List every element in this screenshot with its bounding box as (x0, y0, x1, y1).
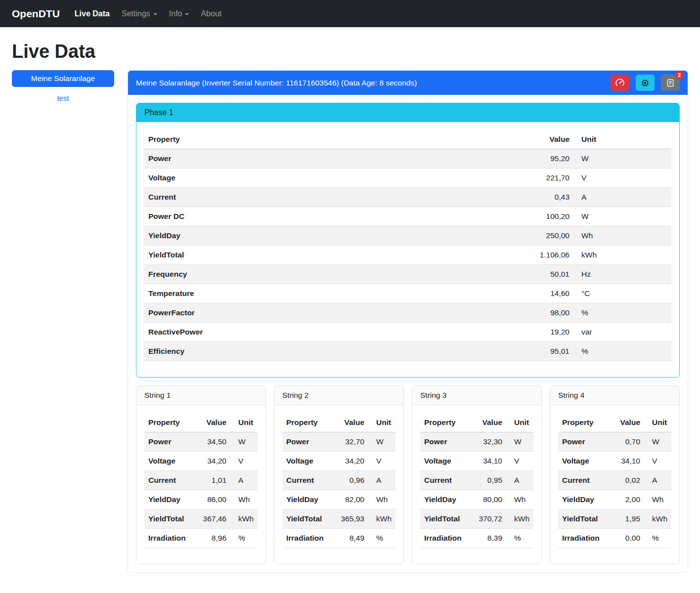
property-value: 8,49 (333, 529, 368, 548)
column-header-unit: Unit (506, 413, 533, 432)
chevron-down-icon (153, 13, 157, 15)
table-row: Power 95,20 W (144, 149, 671, 169)
phase-card-title: Phase 1 (136, 103, 679, 122)
property-unit: A (573, 188, 671, 207)
table-row: YieldDay 250,00 Wh (144, 226, 671, 246)
nav-item-info-label: Info (169, 9, 182, 18)
event-log-button[interactable]: 2 (661, 75, 680, 91)
string-card-title: String 2 (274, 386, 403, 405)
brand[interactable]: OpenDTU (12, 8, 60, 20)
table-header-row: Property Value Unit (144, 413, 258, 432)
property-unit: A (368, 471, 395, 490)
table-header-row: Property Value Unit (420, 413, 533, 432)
property-value: 0,02 (609, 471, 644, 490)
table-row: YieldDay 82,00 Wh (282, 490, 395, 509)
table-row: Power 32,30 W (420, 432, 533, 452)
property-value: 370,72 (471, 509, 506, 529)
string-1-table-body: Power 34,50 W Voltage 34,20 (144, 432, 258, 548)
property-label: Current (144, 471, 195, 490)
property-unit: V (573, 169, 671, 188)
property-label: Irradiation (282, 529, 333, 548)
table-row: Power 0,70 W (558, 432, 671, 452)
property-unit: % (644, 529, 671, 548)
nav-item-about[interactable]: About (197, 5, 225, 22)
limit-control-button[interactable] (611, 75, 629, 91)
phase-table: Property Value Unit Power (144, 130, 671, 361)
property-label: Efficiency (144, 342, 517, 361)
table-row: Power 32,70 W (282, 432, 395, 452)
column-header-value: Value (609, 413, 644, 432)
chevron-down-icon (185, 13, 189, 15)
property-unit: Wh (506, 490, 533, 509)
table-row: YieldTotal 1,95 kWh (558, 509, 671, 529)
table-row: Irradiation 8,39 % (420, 529, 533, 548)
property-unit: kWh (368, 509, 395, 529)
cpu-icon (641, 79, 650, 87)
strings-row: String 1 Property Value Unit (136, 385, 680, 564)
table-row: Frequency 50,01 Hz (144, 265, 671, 284)
property-value: 50,01 (517, 265, 573, 284)
table-row: Current 0,95 A (420, 471, 533, 490)
table-row: YieldDay 86,00 Wh (144, 490, 258, 509)
table-row: YieldTotal 1.106,06 kWh (144, 246, 671, 265)
property-value: 34,10 (471, 452, 506, 471)
property-unit: V (230, 452, 258, 471)
property-unit: kWh (230, 509, 258, 529)
string-1-table: Property Value Unit (144, 413, 258, 548)
nav-item-info[interactable]: Info (165, 5, 193, 22)
column-header-value: Value (517, 130, 573, 149)
property-value: 32,70 (333, 432, 368, 452)
table-row: Voltage 34,20 V (144, 452, 258, 471)
property-unit: A (506, 471, 533, 490)
property-value: 250,00 (517, 226, 573, 246)
property-label: Temperature (144, 284, 517, 303)
property-value: 1,95 (609, 509, 644, 529)
column-header-value: Value (333, 413, 368, 432)
table-header-row: Property Value Unit (144, 130, 671, 149)
property-value: 0,70 (609, 432, 644, 452)
property-unit: A (230, 471, 258, 490)
page-title: Live Data (12, 41, 688, 62)
nav-item-settings[interactable]: Settings (118, 5, 161, 22)
property-unit: Hz (573, 265, 671, 284)
property-value: 82,00 (333, 490, 368, 509)
string-card-3: String 3 Property Value Unit (412, 385, 542, 564)
property-label: ReactivePower (144, 323, 517, 342)
property-unit: Wh (230, 490, 258, 509)
inverter-select-button[interactable]: Meine Solaranlage (12, 70, 114, 87)
string-4-table: Property Value Unit (558, 413, 671, 548)
table-row: Irradiation 8,49 % (282, 529, 395, 548)
table-row: Power 34,50 W (144, 432, 258, 452)
nav-item-live-data[interactable]: Live Data (71, 5, 114, 22)
column-header-unit: Unit (230, 413, 258, 432)
table-row: Current 0,43 A (144, 188, 671, 207)
phase-table-body: Power 95,20 W Voltage 221,70 (144, 149, 671, 361)
inverter-card: Meine Solaranlage (Inverter Serial Numbe… (128, 70, 688, 573)
property-value: 86,00 (195, 490, 230, 509)
inverter-select-link-test[interactable]: test (12, 94, 114, 102)
property-label: Voltage (144, 169, 517, 188)
table-row: YieldTotal 367,46 kWh (144, 509, 258, 529)
inverter-card-header: Meine Solaranlage (Inverter Serial Numbe… (128, 71, 688, 95)
property-value: 0,96 (333, 471, 368, 490)
property-unit: % (230, 529, 258, 548)
nav-menu: Live Data Settings Info About (69, 5, 227, 22)
device-info-button[interactable] (636, 75, 655, 91)
property-value: 19,20 (517, 323, 573, 342)
table-row: PowerFactor 98,00 % (144, 303, 671, 323)
property-label: YieldDay (144, 226, 517, 246)
property-label: Power (558, 432, 609, 452)
property-label: Irradiation (144, 529, 195, 548)
string-2-table: Property Value Unit (282, 413, 395, 548)
string-card-1: String 1 Property Value Unit (136, 385, 266, 564)
property-label: YieldTotal (144, 509, 195, 529)
property-value: 8,96 (195, 529, 230, 548)
column-header-property: Property (144, 413, 195, 432)
property-label: Power (282, 432, 333, 452)
property-unit: W (573, 149, 671, 169)
table-row: Voltage 34,10 V (420, 452, 533, 471)
table-row: YieldDay 80,00 Wh (420, 490, 533, 509)
property-value: 34,50 (195, 432, 230, 452)
speedometer-icon (615, 79, 624, 87)
table-row: Voltage 34,10 V (558, 452, 671, 471)
